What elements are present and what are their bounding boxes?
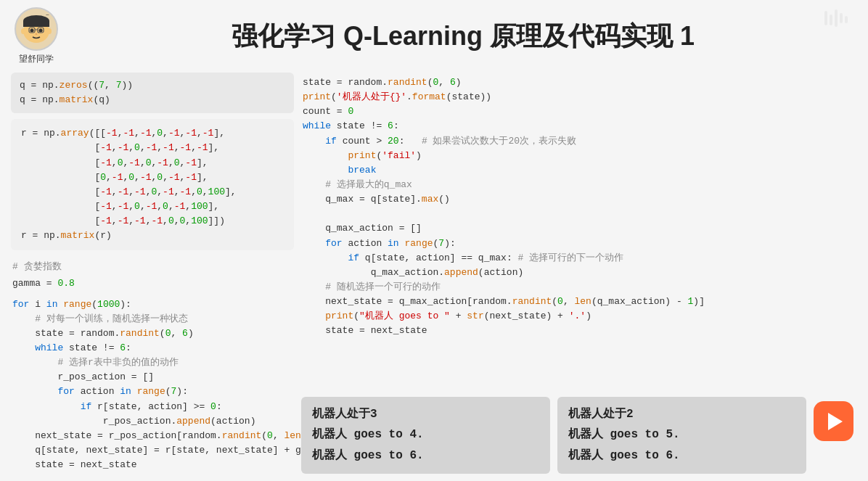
svg-point-3 (21, 28, 25, 34)
avatar-area: ~ 望舒同学 (15, 7, 58, 65)
output-box1-line2: 机器人 goes to 4. (312, 424, 539, 445)
avatar-label: 望舒同学 (19, 53, 54, 65)
output-box2-line3: 机器人 goes to 6. (568, 445, 795, 466)
output-box2-line2: 机器人 goes to 5. (568, 424, 795, 445)
svg-point-5 (30, 29, 34, 33)
gamma-comment: # 贪婪指数 (12, 261, 62, 272)
right-code-text: state = random.randint(0, 6) print('机器人处… (303, 75, 856, 339)
svg-point-4 (47, 28, 52, 34)
output-box1-line1: 机器人处于3 (312, 404, 539, 425)
gamma-section: # 贪婪指数 gamma = 0.8 (11, 256, 294, 294)
output-box1-line3: 机器人 goes to 6. (312, 445, 539, 466)
for-loop-code: for i in range(1000): # 对每一个训练，随机选择一种状态 … (12, 297, 292, 473)
svg-rect-2 (23, 21, 49, 27)
right-panel: state = random.randint(0, 6) print('机器人处… (301, 73, 857, 474)
output-section: 机器人处于3 机器人 goes to 4. 机器人 goes to 6. 机器人… (301, 393, 857, 474)
play-icon (828, 413, 843, 430)
code-q-init-text: q = np.zeros((7, 7)) q = np.matrix(q) (20, 78, 285, 107)
output-box-1: 机器人处于3 机器人 goes to 4. 机器人 goes to 6. (301, 397, 550, 474)
output-box2-line1: 机器人处于2 (568, 404, 795, 425)
avatar: ~ (15, 7, 58, 51)
header: ~ 望舒同学 强化学习 Q-Learning 原理及代码实现 1 (0, 0, 868, 69)
svg-rect-12 (824, 11, 827, 25)
svg-rect-13 (830, 15, 832, 25)
svg-point-6 (39, 29, 43, 33)
watermark (766, 7, 853, 33)
left-panel: q = np.zeros((7, 7)) q = np.matrix(q) r … (11, 73, 294, 474)
play-button[interactable] (814, 401, 853, 441)
right-code-section: state = random.randint(0, 6) print('机器人处… (301, 73, 857, 393)
output-box-2: 机器人处于2 机器人 goes to 5. 机器人 goes to 6. (557, 397, 806, 474)
gamma-code: gamma = 0.8 (12, 278, 75, 289)
for-loop-section: for i in range(1000): # 对每一个训练，随机选择一种状态 … (11, 295, 294, 476)
code-block-q-init: q = np.zeros((7, 7)) q = np.matrix(q) (11, 73, 294, 113)
svg-rect-16 (845, 16, 848, 23)
svg-rect-15 (840, 13, 843, 23)
svg-rect-14 (835, 9, 838, 27)
svg-point-7 (36, 33, 38, 35)
code-r-array-text: r = np.array([[-1,-1,-1,0,-1,-1,-1], [-1… (21, 126, 284, 243)
page-title: 强化学习 Q-Learning 原理及代码实现 1 (73, 19, 853, 54)
main-content: q = np.zeros((7, 7)) q = np.matrix(q) r … (0, 69, 868, 477)
code-block-r-array: r = np.array([[-1,-1,-1,0,-1,-1,-1], [-1… (11, 119, 294, 250)
svg-text:~: ~ (46, 12, 49, 18)
